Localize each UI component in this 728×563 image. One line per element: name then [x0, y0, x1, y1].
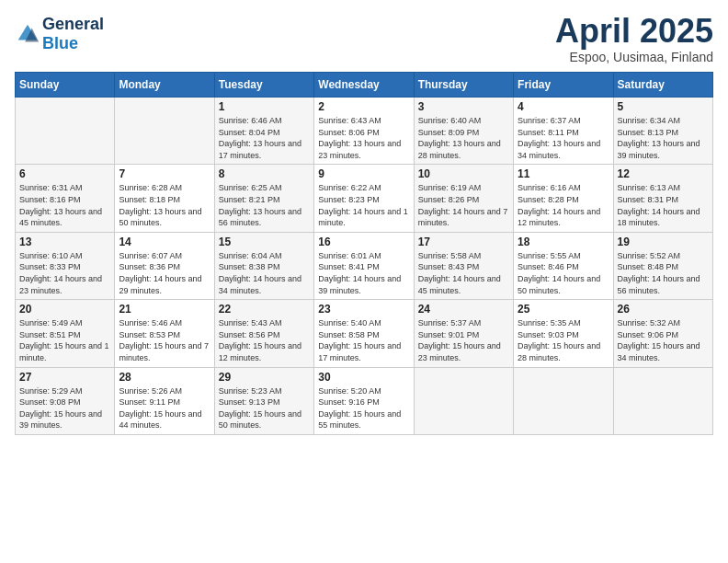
calendar-cell: 5Sunrise: 6:34 AM Sunset: 8:13 PM Daylig…: [613, 98, 712, 165]
day-info: Sunrise: 6:25 AM Sunset: 8:21 PM Dayligh…: [219, 182, 310, 228]
calendar-cell: 18Sunrise: 5:55 AM Sunset: 8:46 PM Dayli…: [514, 232, 613, 299]
day-number: 6: [19, 167, 110, 180]
calendar-cell: 6Sunrise: 6:31 AM Sunset: 8:16 PM Daylig…: [16, 165, 115, 232]
day-number: 15: [219, 236, 310, 248]
day-number: 12: [618, 167, 709, 180]
day-info: Sunrise: 6:28 AM Sunset: 8:18 PM Dayligh…: [119, 182, 210, 228]
calendar-cell: 28Sunrise: 5:26 AM Sunset: 9:11 PM Dayli…: [115, 367, 214, 434]
day-info: Sunrise: 5:58 AM Sunset: 8:43 PM Dayligh…: [418, 250, 509, 296]
title-block: April 2025 Espoo, Uusimaa, Finland: [555, 15, 713, 64]
logo-general-text: General: [42, 15, 104, 33]
day-info: Sunrise: 5:35 AM Sunset: 9:03 PM Dayligh…: [518, 317, 609, 363]
day-info: Sunrise: 6:40 AM Sunset: 8:09 PM Dayligh…: [418, 115, 509, 161]
calendar-cell: 7Sunrise: 6:28 AM Sunset: 8:18 PM Daylig…: [115, 165, 214, 232]
calendar-cell: 29Sunrise: 5:23 AM Sunset: 9:13 PM Dayli…: [214, 367, 313, 434]
day-number: 24: [418, 303, 509, 316]
day-number: 4: [518, 100, 609, 113]
day-info: Sunrise: 5:40 AM Sunset: 8:58 PM Dayligh…: [318, 317, 409, 363]
day-number: 28: [119, 371, 210, 384]
weekday-header-thursday: Thursday: [414, 73, 513, 98]
weekday-header-row: SundayMondayTuesdayWednesdayThursdayFrid…: [16, 73, 713, 98]
calendar-cell: 23Sunrise: 5:40 AM Sunset: 8:58 PM Dayli…: [314, 300, 414, 367]
day-number: 1: [219, 100, 310, 113]
day-number: 10: [418, 167, 509, 180]
day-info: Sunrise: 5:20 AM Sunset: 9:16 PM Dayligh…: [318, 385, 409, 431]
calendar-cell: 20Sunrise: 5:49 AM Sunset: 8:51 PM Dayli…: [16, 300, 115, 367]
calendar-week-row: 13Sunrise: 6:10 AM Sunset: 8:33 PM Dayli…: [16, 232, 713, 299]
page-header: General Blue April 2025 Espoo, Uusimaa, …: [15, 15, 713, 64]
day-number: 30: [318, 371, 409, 384]
weekday-header-friday: Friday: [514, 73, 613, 98]
day-number: 25: [518, 303, 609, 316]
day-number: 16: [318, 236, 409, 248]
calendar-week-row: 20Sunrise: 5:49 AM Sunset: 8:51 PM Dayli…: [16, 300, 713, 367]
day-number: 3: [418, 100, 509, 113]
calendar-cell: 25Sunrise: 5:35 AM Sunset: 9:03 PM Dayli…: [514, 300, 613, 367]
day-info: Sunrise: 6:37 AM Sunset: 8:11 PM Dayligh…: [518, 115, 609, 161]
day-info: Sunrise: 6:46 AM Sunset: 8:04 PM Dayligh…: [219, 115, 310, 161]
calendar-week-row: 27Sunrise: 5:29 AM Sunset: 9:08 PM Dayli…: [16, 367, 713, 434]
calendar-cell: 13Sunrise: 6:10 AM Sunset: 8:33 PM Dayli…: [16, 232, 115, 299]
calendar-cell: 27Sunrise: 5:29 AM Sunset: 9:08 PM Dayli…: [16, 367, 115, 434]
weekday-header-tuesday: Tuesday: [214, 73, 313, 98]
calendar-cell: 24Sunrise: 5:37 AM Sunset: 9:01 PM Dayli…: [414, 300, 513, 367]
day-number: 29: [219, 371, 310, 384]
month-title: April 2025: [555, 15, 713, 48]
day-number: 19: [618, 236, 709, 248]
calendar-cell: [613, 367, 712, 434]
calendar-cell: 1Sunrise: 6:46 AM Sunset: 8:04 PM Daylig…: [214, 98, 313, 165]
location-subtitle: Espoo, Uusimaa, Finland: [555, 50, 713, 64]
day-number: 2: [318, 100, 409, 113]
calendar-cell: 21Sunrise: 5:46 AM Sunset: 8:53 PM Dayli…: [115, 300, 214, 367]
calendar-week-row: 1Sunrise: 6:46 AM Sunset: 8:04 PM Daylig…: [16, 98, 713, 165]
day-number: 11: [518, 167, 609, 180]
day-info: Sunrise: 6:31 AM Sunset: 8:16 PM Dayligh…: [19, 182, 110, 228]
day-info: Sunrise: 5:43 AM Sunset: 8:56 PM Dayligh…: [219, 317, 310, 363]
day-info: Sunrise: 6:13 AM Sunset: 8:31 PM Dayligh…: [618, 182, 709, 228]
day-number: 21: [119, 303, 210, 316]
calendar-cell: [414, 367, 513, 434]
calendar-cell: 22Sunrise: 5:43 AM Sunset: 8:56 PM Dayli…: [214, 300, 313, 367]
day-number: 27: [19, 371, 110, 384]
day-number: 5: [618, 100, 709, 113]
day-number: 9: [318, 167, 409, 180]
day-info: Sunrise: 5:23 AM Sunset: 9:13 PM Dayligh…: [219, 385, 310, 431]
calendar-cell: 12Sunrise: 6:13 AM Sunset: 8:31 PM Dayli…: [613, 165, 712, 232]
calendar-table: SundayMondayTuesdayWednesdayThursdayFrid…: [15, 72, 713, 435]
day-number: 18: [518, 236, 609, 248]
day-info: Sunrise: 5:26 AM Sunset: 9:11 PM Dayligh…: [119, 385, 210, 431]
calendar-cell: 14Sunrise: 6:07 AM Sunset: 8:36 PM Dayli…: [115, 232, 214, 299]
day-number: 20: [19, 303, 110, 316]
calendar-cell: 4Sunrise: 6:37 AM Sunset: 8:11 PM Daylig…: [514, 98, 613, 165]
day-info: Sunrise: 6:07 AM Sunset: 8:36 PM Dayligh…: [119, 250, 210, 296]
day-info: Sunrise: 6:16 AM Sunset: 8:28 PM Dayligh…: [518, 182, 609, 228]
day-info: Sunrise: 6:04 AM Sunset: 8:38 PM Dayligh…: [219, 250, 310, 296]
day-info: Sunrise: 5:46 AM Sunset: 8:53 PM Dayligh…: [119, 317, 210, 363]
calendar-cell: 10Sunrise: 6:19 AM Sunset: 8:26 PM Dayli…: [414, 165, 513, 232]
day-number: 23: [318, 303, 409, 316]
calendar-cell: 8Sunrise: 6:25 AM Sunset: 8:21 PM Daylig…: [214, 165, 313, 232]
day-number: 14: [119, 236, 210, 248]
weekday-header-wednesday: Wednesday: [314, 73, 414, 98]
logo-icon: [15, 21, 40, 47]
calendar-cell: 19Sunrise: 5:52 AM Sunset: 8:48 PM Dayli…: [613, 232, 712, 299]
calendar-cell: 11Sunrise: 6:16 AM Sunset: 8:28 PM Dayli…: [514, 165, 613, 232]
day-info: Sunrise: 5:29 AM Sunset: 9:08 PM Dayligh…: [19, 385, 110, 431]
calendar-cell: 26Sunrise: 5:32 AM Sunset: 9:06 PM Dayli…: [613, 300, 712, 367]
day-info: Sunrise: 5:49 AM Sunset: 8:51 PM Dayligh…: [19, 317, 110, 363]
day-info: Sunrise: 6:43 AM Sunset: 8:06 PM Dayligh…: [318, 115, 409, 161]
calendar-cell: [115, 98, 214, 165]
calendar-cell: 30Sunrise: 5:20 AM Sunset: 9:16 PM Dayli…: [314, 367, 414, 434]
calendar-cell: 15Sunrise: 6:04 AM Sunset: 8:38 PM Dayli…: [214, 232, 313, 299]
day-info: Sunrise: 6:34 AM Sunset: 8:13 PM Dayligh…: [618, 115, 709, 161]
day-info: Sunrise: 6:01 AM Sunset: 8:41 PM Dayligh…: [318, 250, 409, 296]
calendar-cell: 17Sunrise: 5:58 AM Sunset: 8:43 PM Dayli…: [414, 232, 513, 299]
calendar-cell: 9Sunrise: 6:22 AM Sunset: 8:23 PM Daylig…: [314, 165, 414, 232]
day-info: Sunrise: 5:37 AM Sunset: 9:01 PM Dayligh…: [418, 317, 509, 363]
calendar-cell: [514, 367, 613, 434]
weekday-header-sunday: Sunday: [16, 73, 115, 98]
calendar-cell: 3Sunrise: 6:40 AM Sunset: 8:09 PM Daylig…: [414, 98, 513, 165]
calendar-cell: 2Sunrise: 6:43 AM Sunset: 8:06 PM Daylig…: [314, 98, 414, 165]
logo: General Blue: [15, 15, 104, 53]
weekday-header-saturday: Saturday: [613, 73, 712, 98]
